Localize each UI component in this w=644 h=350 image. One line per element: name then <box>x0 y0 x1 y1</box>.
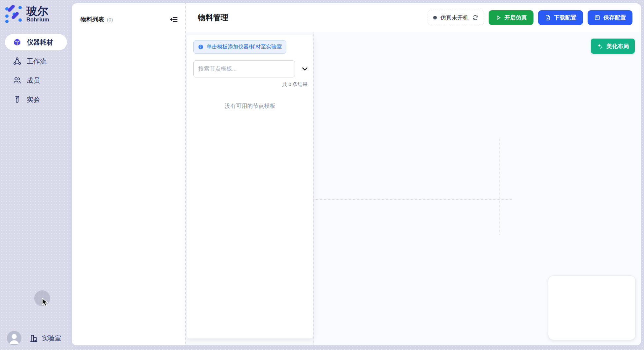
canvas-guide-line-horizontal <box>313 199 512 200</box>
hint-text: 单击模板添加仪器/耗材至实验室 <box>207 44 282 50</box>
user-avatar[interactable] <box>7 331 21 345</box>
header-actions: 仿真未开机 开启仿真 <box>428 10 632 25</box>
cursor-arrow-icon <box>41 298 49 307</box>
play-icon <box>495 15 501 21</box>
download-config-button[interactable]: 下载配置 <box>538 10 583 25</box>
person-icon <box>7 331 21 345</box>
sidebar-item-members[interactable]: 成员 <box>5 72 67 89</box>
lab-building-icon <box>29 334 38 343</box>
search-input[interactable] <box>193 60 295 77</box>
brand-name-zh: 玻尔 <box>26 6 49 17</box>
result-count: 共 0 条结果 <box>187 81 307 88</box>
lab-entry[interactable]: 实验室 <box>29 334 61 343</box>
search-row <box>193 60 309 77</box>
minimap[interactable] <box>548 276 636 340</box>
lab-entry-label: 实验室 <box>42 334 61 343</box>
workflow-icon <box>13 57 21 66</box>
status-dot-icon <box>433 16 437 19</box>
test-tube-icon <box>13 95 21 104</box>
save-config-button[interactable]: 保存配置 <box>588 10 632 25</box>
main-header: 物料管理 仿真未开机 开启仿真 <box>186 3 641 32</box>
sidebar-item-label: 成员 <box>27 76 40 85</box>
material-list-header: 物料列表 (0) <box>72 3 185 24</box>
info-icon <box>198 44 204 50</box>
beautify-layout-label: 美化布局 <box>606 43 629 50</box>
canvas-guide-line-vertical <box>313 32 314 345</box>
flow-canvas[interactable]: 单击模板添加仪器/耗材至实验室 共 0 条结果 没有可用的节点模板 <box>186 32 641 345</box>
main-area: 物料管理 仿真未开机 开启仿真 <box>186 3 641 345</box>
brand-logo: 玻尔 Bohrium <box>0 0 72 23</box>
material-list-panel: 物料列表 (0) <box>72 3 185 345</box>
brand-name-en: Bohrium <box>26 17 49 23</box>
simulation-status-label: 仿真未开机 <box>440 14 468 21</box>
node-template-panel: 单击模板添加仪器/耗材至实验室 共 0 条结果 没有可用的节点模板 <box>187 35 313 338</box>
save-config-label: 保存配置 <box>603 14 626 21</box>
beautify-layout-button[interactable]: 美化布局 <box>591 39 635 54</box>
download-config-label: 下载配置 <box>554 14 576 21</box>
sidebar-nav: 仪器耗材 工作流 成员 <box>0 34 72 108</box>
content-card: 物料列表 (0) 物料管理 仿真未开机 <box>72 3 641 345</box>
sidebar-item-instruments[interactable]: 仪器耗材 <box>5 34 67 50</box>
collapse-panel-icon[interactable] <box>170 15 178 24</box>
start-simulation-label: 开启仿真 <box>504 14 527 21</box>
material-list-count: (0) <box>107 17 113 22</box>
page-title: 物料管理 <box>198 13 228 23</box>
members-icon <box>13 76 21 85</box>
sidebar-item-label: 工作流 <box>27 57 47 66</box>
bohrium-logo-icon <box>5 5 22 23</box>
simulation-status-pill[interactable]: 仿真未开机 <box>428 10 484 25</box>
cube-icon <box>13 38 21 46</box>
sparkles-icon <box>597 43 603 49</box>
sidebar: 玻尔 Bohrium 仪器耗材 工作流 <box>0 0 72 350</box>
hint-banner: 单击模板添加仪器/耗材至实验室 <box>193 40 286 54</box>
click-halo <box>34 290 50 306</box>
canvas-guide-line-vertical <box>499 138 499 235</box>
chevron-down-icon[interactable] <box>301 65 309 73</box>
file-download-icon <box>545 15 551 21</box>
sidebar-bottom: 实验室 <box>0 328 72 348</box>
mouse-cursor <box>34 290 57 313</box>
sidebar-item-workflow[interactable]: 工作流 <box>5 53 67 70</box>
empty-message: 没有可用的节点模板 <box>187 102 313 110</box>
save-icon <box>594 15 600 21</box>
refresh-icon[interactable] <box>472 15 478 21</box>
sidebar-item-label: 实验 <box>27 95 40 104</box>
material-list-title: 物料列表 <box>80 15 104 23</box>
start-simulation-button[interactable]: 开启仿真 <box>489 10 533 25</box>
sidebar-item-experiments[interactable]: 实验 <box>5 91 67 108</box>
sidebar-item-label: 仪器耗材 <box>27 38 53 47</box>
